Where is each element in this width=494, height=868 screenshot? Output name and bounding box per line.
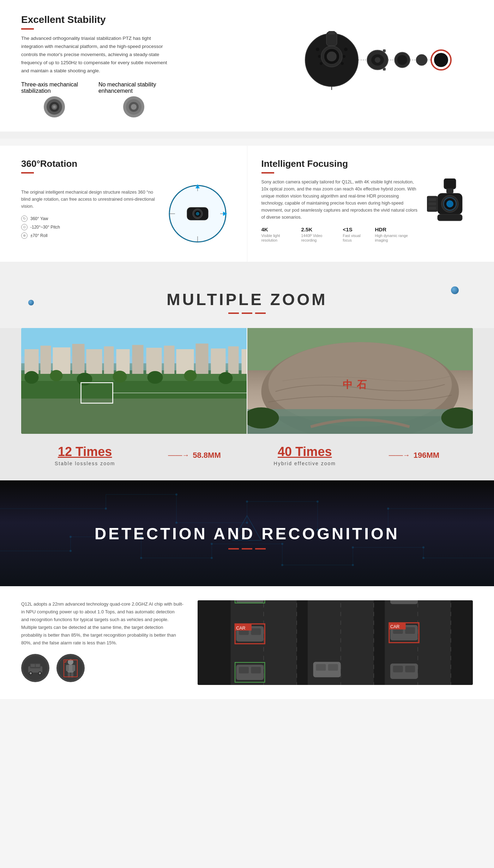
rotation-underline: [21, 172, 34, 174]
svg-point-15: [320, 62, 323, 65]
spec-4k-val: 4K: [261, 226, 296, 232]
eq-mark-3: [255, 312, 266, 314]
focusing-underline: [261, 172, 274, 174]
svg-point-125: [175, 522, 177, 524]
svg-text:CAR: CAR: [390, 624, 399, 629]
svg-rect-66: [72, 344, 85, 377]
spec-1s-label: Fast visual focus: [343, 233, 369, 243]
svg-rect-59: [428, 207, 436, 210]
svg-text:中: 中: [343, 379, 353, 390]
svg-rect-158: [66, 665, 69, 671]
stability-left: Excellent Stability The advanced orthogo…: [21, 14, 169, 117]
zoom-12x-group: 12 Times Stable lossless zoom: [55, 444, 115, 466]
zoom-arrow-1: ——→ 58.8MM: [168, 451, 221, 460]
svg-point-87: [219, 372, 233, 384]
eq-mark-1: [228, 312, 239, 314]
spec-2-5k: 2.5K 1440P Video recording: [301, 226, 337, 243]
svg-point-142: [422, 546, 424, 548]
arrow-icon-1: ——→: [168, 451, 189, 459]
zoom-12x-mm: 58.8MM: [193, 451, 221, 460]
svg-rect-60: [438, 214, 462, 221]
detection-road-svg: CAR CAR: [198, 600, 473, 685]
svg-point-54: [446, 200, 453, 207]
detection-eq-marks: [228, 548, 266, 550]
svg-point-10: [327, 51, 337, 61]
features-row: 360°Rotation The original intelligent me…: [0, 146, 494, 262]
vehicle-thumb-svg: [23, 656, 48, 680]
svg-point-82: [50, 370, 63, 381]
svg-rect-58: [428, 202, 436, 205]
detection-thumb-person: [56, 654, 85, 682]
blue-sphere-icon-2: [28, 300, 34, 305]
thumb1-label: Three-axis mechanical stabilization: [21, 81, 88, 94]
zoom-labels-row: 12 Times Stable lossless zoom ——→ 58.8MM…: [21, 444, 473, 466]
svg-point-132: [70, 550, 72, 552]
roll-icon: ⊕: [21, 232, 28, 239]
spec-pitch: ⊙ -120°~30° Pitch: [21, 224, 155, 230]
detection-eq-mark-3: [255, 548, 266, 550]
svg-rect-31: [383, 49, 386, 52]
svg-rect-12: [328, 31, 335, 35]
thumb2-label: No mechanical stability enhancement: [98, 81, 169, 94]
svg-point-136: [211, 557, 213, 559]
arrow-icon-2: ——→: [389, 451, 410, 459]
wide-shot-svg: [21, 328, 247, 434]
focusing-specs: 4K Visible light resolution 2.5K 1440P V…: [261, 226, 420, 243]
svg-point-26: [434, 53, 448, 67]
section-divider-2: [0, 262, 494, 269]
svg-point-18: [343, 55, 345, 58]
spec-4k: 4K Visible light resolution: [261, 226, 296, 243]
spec-4k-label: Visible light resolution: [261, 233, 296, 243]
pitch-label: -120°~30° Pitch: [30, 225, 60, 230]
svg-point-85: [147, 371, 163, 384]
svg-point-3: [53, 105, 56, 108]
zoom-wide-image: [21, 328, 247, 434]
svg-rect-194: [251, 667, 261, 673]
spec-2-5k-label: 1440P Video recording: [301, 233, 337, 243]
svg-point-41: [196, 212, 199, 216]
svg-rect-159: [72, 665, 75, 671]
svg-point-17: [318, 55, 321, 58]
rotation-description: The original intelligent mechanical desi…: [21, 189, 155, 210]
stability-thumbnails: Three-axis mechanical stabilization No m…: [21, 81, 169, 117]
svg-rect-181: [390, 600, 418, 604]
roll-label: ±70° Roll: [30, 233, 48, 238]
detection-visual: CAR CAR: [198, 600, 473, 685]
spec-1s: <1S Fast visual focus: [343, 226, 369, 243]
rotation-svg: [162, 178, 233, 249]
spec-roll: ⊕ ±70° Roll: [21, 232, 155, 239]
yaw-icon: ↻: [21, 216, 28, 222]
svg-point-150: [30, 672, 32, 674]
stability-underline: [21, 28, 34, 30]
svg-rect-74: [196, 344, 209, 377]
zoom-40x-group: 40 Times Hybrid effective zoom: [274, 444, 336, 466]
svg-point-143: [422, 557, 424, 559]
focusing-title: Intelligent Focusing: [261, 158, 473, 169]
thumb1-image: [44, 96, 65, 117]
zoom-arrow-2: ——→ 196MM: [389, 451, 439, 460]
focusing-col: Intelligent Focusing Sony action camera …: [247, 146, 494, 262]
detection-thumbs: [21, 654, 183, 682]
svg-rect-72: [164, 346, 175, 377]
svg-rect-76: [228, 346, 239, 377]
close-shot-svg: 中 石: [247, 328, 473, 434]
focusing-description: Sony action camera specially tailored fo…: [261, 178, 420, 221]
thumb-col-1: Three-axis mechanical stabilization: [21, 81, 88, 117]
focusing-text: Sony action camera specially tailored fo…: [261, 178, 420, 243]
zoom-40x-mm: 196MM: [414, 451, 439, 460]
yaw-label: 360° Yaw: [30, 216, 48, 221]
zoom-40x-desc: Hybrid effective zoom: [274, 461, 336, 466]
stability-right: [169, 14, 473, 92]
thumb2-image: [123, 96, 144, 117]
svg-rect-77: [242, 349, 247, 377]
rotation-content: The original intelligent mechanical desi…: [21, 178, 233, 249]
svg-rect-201: [405, 666, 415, 672]
multiple-zoom-title: MULTIPLE ZOOM: [7, 290, 487, 309]
svg-point-133: [70, 536, 72, 538]
svg-rect-64: [41, 346, 51, 377]
svg-point-135: [140, 557, 142, 559]
rotation-col: 360°Rotation The original intelligent me…: [0, 146, 247, 262]
section-divider-1: [0, 132, 494, 139]
svg-rect-154: [36, 664, 40, 667]
svg-point-131: [387, 508, 389, 510]
